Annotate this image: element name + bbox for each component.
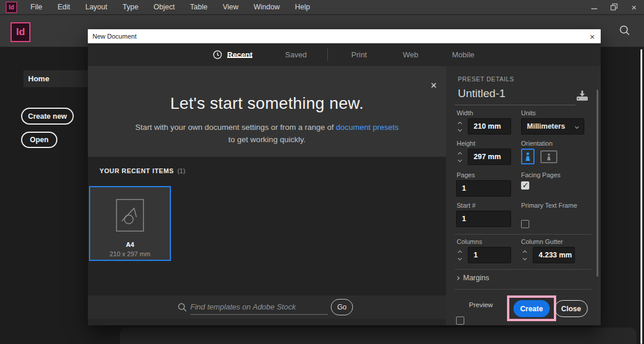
menu-help[interactable]: Help [287,3,318,11]
tab-divider [327,49,328,61]
stock-search-bar: Go [88,295,446,319]
divider [455,289,591,290]
preset-details-panel: PRESET DETAILS Untitled-1 Width [446,66,601,325]
recent-item-name: A4 [126,241,134,248]
open-button[interactable]: Open [21,132,57,148]
menu-file[interactable]: File [23,3,50,11]
banner-heading: Let's start something new. [88,94,446,113]
columns-input[interactable] [468,247,511,263]
start-number-label: Start # [457,202,475,209]
active-tab-underline [227,57,252,58]
go-button[interactable]: Go [331,299,353,315]
tab-recent[interactable]: Recent [213,43,252,66]
banner-subtext: Start with your own document settings or… [88,121,446,146]
preview-checkbox[interactable] [456,317,464,325]
stock-search-input[interactable] [190,300,328,315]
menu-table[interactable]: Table [182,3,215,11]
columns-label: Columns [457,238,482,245]
column-gutter-label: Column Gutter [521,238,563,245]
close-window-icon[interactable]: × [624,0,644,14]
width-input[interactable] [468,118,511,135]
restore-icon[interactable] [604,0,624,14]
tab-mobile[interactable]: Mobile [452,43,474,66]
chevron-right-icon [455,276,460,280]
recent-item-dimensions: 210 x 297 mm [109,250,150,257]
document-preset-icon [116,199,144,234]
create-button[interactable]: Create [513,300,550,317]
units-dropdown[interactable]: Millimeters [521,118,584,135]
stepper-up-icon[interactable] [522,250,526,254]
divider [455,105,576,105]
tab-web[interactable]: Web [403,43,419,66]
recent-item-a4-card[interactable]: A4 210 x 297 mm [89,186,171,261]
document-presets-link[interactable]: document presets [336,123,399,132]
preset-details-header: PRESET DETAILS [458,75,514,82]
divider [455,234,591,235]
chevron-down-icon [575,124,579,128]
tab-print[interactable]: Print [351,43,367,66]
indesign-app-window: Id File Edit Layout Type Object Table Vi… [0,0,644,344]
stock-search-icon [177,302,187,315]
stepper-down-icon[interactable] [522,256,526,260]
stepper-up-icon[interactable] [457,121,461,125]
menu-window[interactable]: Window [246,3,287,11]
primary-text-frame-label: Primary Text Frame [521,202,577,209]
search-icon[interactable] [618,24,631,39]
margins-label: Margins [463,274,489,282]
width-stepper[interactable] [455,118,464,135]
background-panel [120,328,636,344]
tab-saved[interactable]: Saved [285,43,307,66]
close-button[interactable]: Close [554,300,588,317]
margins-expander[interactable]: Margins [456,274,489,282]
menu-layout[interactable]: Layout [78,3,115,11]
menu-type[interactable]: Type [115,3,146,11]
stepper-up-icon[interactable] [457,152,461,156]
dialog-tab-bar: Recent Saved Print Web Mobile [88,43,601,66]
column-gutter-input[interactable] [533,247,575,263]
recent-items-count: (1) [177,167,185,174]
orientation-portrait-button[interactable] [521,149,535,164]
tab-recent-label: Recent [227,50,252,59]
column-gutter-stepper[interactable] [520,247,529,263]
clock-icon [213,50,222,59]
document-name-field[interactable]: Untitled-1 [458,87,505,100]
minimize-icon[interactable] [584,0,604,14]
dialog-close-icon[interactable]: × [590,32,595,41]
stepper-down-icon[interactable] [457,157,461,161]
sidebar-item-home[interactable]: Home [23,70,89,87]
dialog-title: New Document [93,33,136,40]
stepper-up-icon[interactable] [457,250,461,254]
window-controls: × [584,0,644,14]
indesign-logo-large: Id [11,22,30,42]
menu-object[interactable]: Object [146,3,182,11]
menu-bar: Id File Edit Layout Type Object Table Vi… [0,0,644,15]
height-input[interactable] [468,149,511,165]
banner-close-icon[interactable]: × [430,80,437,91]
facing-pages-checkbox[interactable] [521,181,529,190]
units-value: Millimeters [527,122,565,130]
window-scrollbar[interactable] [640,49,642,344]
orientation-landscape-button[interactable] [540,150,557,163]
width-label: Width [457,109,473,116]
height-label: Height [457,140,475,147]
preview-label: Preview [469,301,493,308]
facing-pages-label: Facing Pages [521,171,560,178]
pages-input[interactable] [456,180,511,197]
height-stepper[interactable] [455,149,464,165]
banner-line1: Start with your own document settings or… [135,123,336,132]
start-number-input[interactable] [456,211,511,227]
columns-stepper[interactable] [455,247,464,263]
units-label: Units [521,109,536,116]
create-new-button[interactable]: Create new [21,108,74,125]
save-preset-icon[interactable] [576,91,588,104]
welcome-banner: × Let's start something new. Start with … [88,66,446,157]
new-document-dialog: New Document × Recent Saved Print Web [88,29,601,325]
menu-edit[interactable]: Edit [50,3,78,11]
recent-items-header: YOUR RECENT ITEMS(1) [100,167,185,174]
menu-view[interactable]: View [215,3,246,11]
panel-scrollbar[interactable] [597,90,598,277]
pages-label: Pages [457,171,475,178]
primary-text-frame-checkbox[interactable] [521,220,529,228]
stepper-down-icon[interactable] [457,127,461,131]
stepper-down-icon[interactable] [457,256,461,260]
